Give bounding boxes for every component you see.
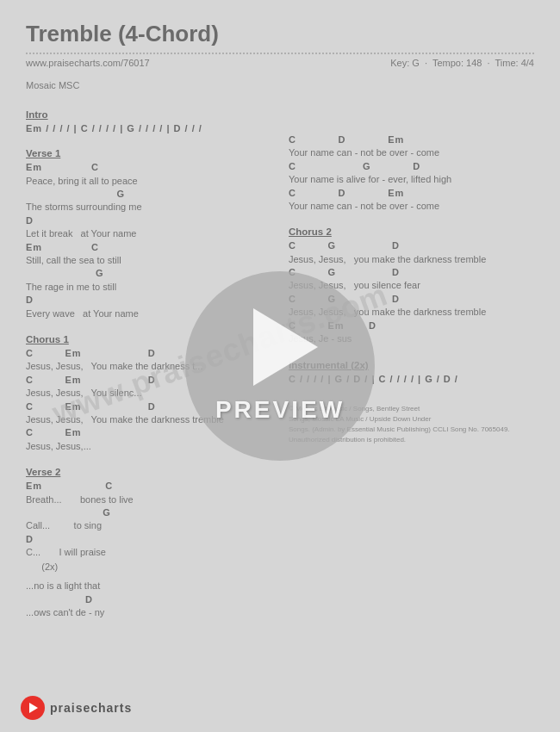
c1-chord3: C Em D	[26, 400, 271, 413]
c1-lyric4: Jesus, Jesus,...	[26, 439, 271, 454]
c1-lyric1: Jesus, Jesus, You make the darkness t...	[26, 359, 271, 374]
v2-chord3: D	[26, 533, 271, 545]
copyright-text: © Mosaic LA Music / Songs, Bentley Stree…	[289, 404, 534, 445]
v2-lyric6: ...ows can't de - ny	[26, 605, 271, 620]
left-column: Intro Em / / / / | C / / / / | G / / / /…	[26, 101, 271, 619]
c1-lyric3: Jesus, Jesus, You make the darkness trem…	[26, 413, 271, 427]
v1-chord6: D	[26, 294, 271, 306]
v2-lyric5: ...no is a light that	[26, 579, 271, 593]
section-chorus2-title: Chorus 2	[289, 226, 534, 237]
v1-lyric2: The storms surrounding me	[26, 200, 271, 214]
v2-chord2: G	[26, 506, 271, 518]
section-chorus1-title: Chorus 1	[26, 334, 271, 344]
song-title: Tremble (4-Chord)	[26, 21, 534, 47]
v1-chord3: D	[26, 214, 271, 226]
c2-chord4: C Em D	[289, 319, 534, 332]
c1-chord4: C Em	[26, 426, 271, 438]
v1-chord4: Em C	[26, 241, 271, 253]
v1-lyric1: Peace, bring it all to peace	[26, 174, 271, 189]
intro-chords: Em / / / / | C / / / / | G / / / / | D /…	[26, 122, 271, 134]
section-intro-title: Intro	[26, 109, 271, 120]
v1-lyric5: The rage in me to still	[26, 280, 271, 295]
c2-lyric1: Jesus, Jesus, you make the darkness trem…	[289, 252, 534, 267]
artist-name: Mosaic MSC	[26, 80, 534, 90]
footer-play-icon	[21, 696, 45, 720]
page: Tremble (4-Chord) www.praisecharts.com/7…	[0, 0, 560, 732]
song-meta: Key: G · Tempo: 148 · Time: 4/4	[390, 58, 534, 68]
c1-chord2: C Em D	[26, 374, 271, 386]
v2-chord1: Em C	[26, 480, 271, 492]
rt-chord1: C D Em	[289, 133, 534, 146]
c2-lyric3: Jesus, Jesus, you make the darkness trem…	[289, 305, 534, 319]
c1-chord1: C Em D	[26, 347, 271, 359]
c2-chord1: C G D	[289, 239, 534, 251]
v2-lyric3: C... I will praise	[26, 545, 271, 560]
content-columns: Intro Em / / / / | C / / / / | G / / / /…	[26, 101, 534, 619]
c2-chord2: C G D	[289, 266, 534, 278]
v1-chord5: G	[26, 267, 271, 279]
rt-lyric3: Your name can - not be over - come	[289, 199, 534, 214]
divider	[26, 53, 534, 54]
song-url: www.praisecharts.com/76017	[26, 58, 150, 68]
v1-lyric6: Every wave at Your name	[26, 307, 271, 321]
rt-lyric2: Your name is alive for - ever, lifted hi…	[289, 172, 534, 187]
section-verse2-title: Verse 2	[26, 467, 271, 477]
c1-lyric2: Jesus, Jesus, You silenc...	[26, 386, 271, 400]
c2-chord3: C G D	[289, 293, 534, 305]
v2-lyric1: Breath... bones to live	[26, 493, 271, 507]
v2-chord4: D	[26, 593, 271, 605]
v2-lyric4: (2x)	[26, 560, 271, 574]
section-instrumental-title: Instrumental (2x)	[289, 360, 534, 370]
footer-brand: praisecharts	[50, 701, 132, 715]
section-verse1-title: Verse 1	[26, 148, 271, 158]
footer-logo: praisecharts	[21, 696, 132, 720]
rt-chord2: C G D	[289, 160, 534, 172]
inst-chords: C / / / / | G / D / | C / / / / | G / D …	[289, 373, 534, 385]
rt-lyric1: Your name can - not be over - come	[289, 146, 534, 160]
v1-lyric3: Let it break at Your name	[26, 226, 271, 241]
v2-lyric2: Call... to sing	[26, 518, 271, 533]
v1-lyric4: Still, call the sea to still	[26, 253, 271, 268]
v1-chord2: G	[26, 188, 271, 200]
rt-chord3: C D Em	[289, 187, 534, 199]
right-column: C D Em Your name can - not be over - com…	[289, 101, 534, 619]
footer: praisecharts	[0, 696, 560, 720]
play-triangle	[29, 703, 38, 713]
c2-lyric4: Jesus, Je - sus	[289, 332, 534, 346]
meta-row: www.praisecharts.com/76017 Key: G · Temp…	[26, 58, 534, 68]
v1-chord1: Em C	[26, 161, 271, 173]
c2-lyric2: Jesus, Jesus, you silence fear	[289, 278, 534, 293]
